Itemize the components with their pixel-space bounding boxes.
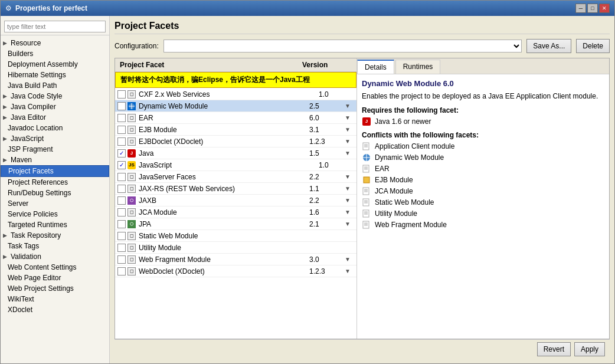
sidebar-item-maven[interactable]: ▶Maven bbox=[1, 155, 109, 165]
version-dropdown-arrow-icon[interactable]: ▼ bbox=[345, 221, 354, 227]
sidebar-item-label: Java Editor bbox=[11, 113, 46, 122]
sidebar-items-container: ▶ResourceBuildersDeployment AssemblyHibe… bbox=[1, 38, 109, 315]
table-row[interactable]: ◻Utility Module bbox=[115, 242, 356, 254]
revert-button[interactable]: Revert bbox=[537, 342, 571, 356]
minimize-button[interactable]: ─ bbox=[575, 4, 586, 13]
sidebar-item-wikitext[interactable]: WikiText bbox=[1, 294, 109, 304]
sidebar-item-xdoclet[interactable]: XDoclet bbox=[1, 304, 109, 315]
generic-icon: ◻ bbox=[127, 255, 136, 264]
filter-input[interactable] bbox=[4, 21, 106, 32]
table-row[interactable]: ◻JavaServer Faces2.2▼ bbox=[115, 171, 356, 183]
facet-version-label: 1.2.3 bbox=[309, 267, 345, 276]
version-dropdown-arrow-icon[interactable]: ▼ bbox=[345, 103, 354, 109]
facet-checkbox[interactable] bbox=[117, 220, 126, 228]
sidebar-item-task-tags[interactable]: Task Tags bbox=[1, 241, 109, 251]
svg-rect-15 bbox=[363, 188, 369, 195]
titlebar-buttons: ─ □ ✕ bbox=[575, 4, 610, 13]
generic-icon: ◻ bbox=[127, 208, 136, 217]
table-row[interactable]: Dynamic Web Module2.5▼ bbox=[115, 100, 356, 112]
js-icon: JS bbox=[127, 161, 136, 169]
conflict-icon bbox=[362, 164, 371, 173]
sidebar-item-java-compiler[interactable]: ▶Java Compiler bbox=[1, 101, 109, 112]
table-row[interactable]: ◻EAR6.0▼ bbox=[115, 112, 356, 124]
sidebar-item-service-policies[interactable]: Service Policies bbox=[1, 209, 109, 219]
tab-details[interactable]: Details bbox=[357, 60, 394, 74]
facet-checkbox[interactable] bbox=[117, 102, 126, 110]
table-row[interactable]: ✓JSJavaScript1.0 bbox=[115, 159, 356, 171]
facet-checkbox[interactable]: ✓ bbox=[117, 161, 126, 169]
config-select[interactable] bbox=[163, 40, 522, 53]
version-dropdown-arrow-icon[interactable]: ▼ bbox=[345, 150, 354, 156]
conflict-icon bbox=[362, 209, 371, 218]
table-row[interactable]: ◻EJB Module3.1▼ bbox=[115, 124, 356, 136]
facet-checkbox[interactable] bbox=[117, 126, 126, 134]
sidebar-item-web-content-settings[interactable]: Web Content Settings bbox=[1, 262, 109, 273]
sidebar-item-web-project-settings[interactable]: Web Project Settings bbox=[1, 283, 109, 294]
version-dropdown-arrow-icon[interactable]: ▼ bbox=[345, 185, 354, 192]
sidebar-item-builders[interactable]: Builders bbox=[1, 48, 109, 59]
table-row[interactable]: ✓JJava1.5▼ bbox=[115, 147, 356, 159]
tooltip-banner: 暂时将这个勾选取消，骗Eclipse，告诉它这是一个Java工程 bbox=[115, 72, 356, 88]
sidebar-item-javascript[interactable]: ▶JavaScript bbox=[1, 133, 109, 144]
facet-checkbox[interactable] bbox=[117, 173, 126, 181]
version-dropdown-arrow-icon[interactable]: ▼ bbox=[345, 173, 354, 180]
sidebar-item-java-editor[interactable]: ▶Java Editor bbox=[1, 112, 109, 123]
version-dropdown-arrow-icon[interactable]: ▼ bbox=[345, 209, 354, 215]
apply-button[interactable]: Apply bbox=[574, 342, 605, 356]
sidebar-item-java-code-style[interactable]: ▶Java Code Style bbox=[1, 91, 109, 101]
table-row[interactable]: ◻Web Fragment Module3.0▼ bbox=[115, 254, 356, 265]
sidebar-item-task-repository[interactable]: ▶Task Repository bbox=[1, 230, 109, 241]
sidebar-item-jsp-fragment[interactable]: JSP Fragment bbox=[1, 144, 109, 155]
version-dropdown-arrow-icon[interactable]: ▼ bbox=[345, 256, 354, 263]
sidebar-item-label: Java Code Style bbox=[11, 92, 62, 100]
version-dropdown-arrow-icon[interactable]: ▼ bbox=[345, 197, 354, 204]
version-dropdown-arrow-icon[interactable]: ▼ bbox=[345, 138, 354, 145]
version-dropdown-arrow-icon[interactable]: ▼ bbox=[345, 268, 354, 274]
sidebar-item-deployment-assembly[interactable]: Deployment Assembly bbox=[1, 59, 109, 70]
table-row[interactable]: ◻WebDoclet (XDoclet)1.2.3▼ bbox=[115, 265, 356, 277]
version-dropdown-arrow-icon[interactable]: ▼ bbox=[345, 114, 354, 121]
sidebar-item-hibernate-settings[interactable]: Hibernate Settings bbox=[1, 70, 109, 80]
facet-checkbox[interactable] bbox=[117, 244, 126, 252]
sidebar-item-label: JavaScript bbox=[11, 135, 44, 143]
table-row[interactable]: ⬡JPA2.1▼ bbox=[115, 218, 356, 230]
maximize-button[interactable]: □ bbox=[587, 4, 598, 13]
facet-checkbox[interactable] bbox=[117, 208, 126, 217]
sidebar-item-targeted-runtimes[interactable]: Targeted Runtimes bbox=[1, 219, 109, 230]
sidebar-item-web-page-editor[interactable]: Web Page Editor bbox=[1, 273, 109, 283]
facet-checkbox[interactable] bbox=[117, 255, 126, 264]
table-row[interactable]: ◻JCA Module1.6▼ bbox=[115, 206, 356, 218]
sidebar-item-label: Web Content Settings bbox=[8, 263, 77, 271]
tab-runtimes[interactable]: Runtimes bbox=[395, 60, 441, 74]
conflict-item: Dynamic Web Module bbox=[362, 153, 604, 162]
facet-checkbox[interactable]: ✓ bbox=[117, 149, 126, 158]
table-row[interactable]: ◻JAX-RS (REST Web Services)1.1▼ bbox=[115, 183, 356, 195]
conflict-label: Web Fragment Module bbox=[375, 221, 447, 229]
facet-checkbox[interactable] bbox=[117, 196, 126, 205]
facet-checkbox[interactable] bbox=[117, 232, 126, 240]
sidebar-item-label: Resource bbox=[11, 39, 41, 47]
facet-checkbox[interactable] bbox=[117, 90, 126, 99]
sidebar-item-project-references[interactable]: Project References bbox=[1, 177, 109, 188]
facet-checkbox[interactable] bbox=[117, 267, 126, 276]
sidebar-item-project-facets[interactable]: Project Facets bbox=[1, 165, 109, 177]
sidebar-item-resource[interactable]: ▶Resource bbox=[1, 38, 109, 48]
facet-checkbox[interactable] bbox=[117, 185, 126, 193]
table-row[interactable]: ◻Static Web Module bbox=[115, 230, 356, 242]
table-row[interactable]: ⬡JAXB2.2▼ bbox=[115, 195, 356, 206]
sidebar-item-java-build-path[interactable]: Java Build Path bbox=[1, 80, 109, 91]
facet-checkbox[interactable] bbox=[117, 114, 126, 122]
version-dropdown-arrow-icon[interactable]: ▼ bbox=[345, 126, 354, 133]
save-as-button[interactable]: Save As... bbox=[526, 39, 571, 53]
sidebar-item-label: Web Project Settings bbox=[8, 284, 74, 293]
table-row[interactable]: ◻EJBDoclet (XDoclet)1.2.3▼ bbox=[115, 136, 356, 147]
sidebar-item-validation[interactable]: ▶Validation bbox=[1, 251, 109, 262]
delete-button[interactable]: Delete bbox=[576, 39, 610, 53]
facet-version-label: 1.6 bbox=[309, 208, 345, 217]
sidebar-item-run/debug-settings[interactable]: Run/Debug Settings bbox=[1, 188, 109, 198]
sidebar-item-server[interactable]: Server bbox=[1, 198, 109, 209]
table-row[interactable]: ◻CXF 2.x Web Services1.0 bbox=[115, 88, 356, 100]
facet-checkbox[interactable] bbox=[117, 137, 126, 146]
sidebar-item-javadoc-location[interactable]: Javadoc Location bbox=[1, 123, 109, 133]
close-button[interactable]: ✕ bbox=[599, 4, 610, 13]
